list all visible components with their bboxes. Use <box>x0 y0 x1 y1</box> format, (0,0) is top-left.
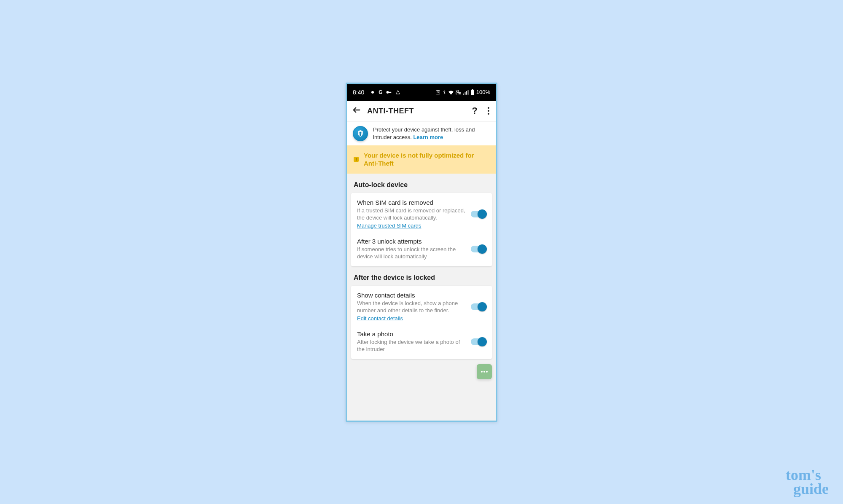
setting-desc: If a trusted SIM card is removed or repl… <box>357 207 466 222</box>
phone-frame: 8:40 G VoLTE <box>346 83 497 422</box>
intro-row: Protect your device against theft, loss … <box>347 122 496 145</box>
setting-desc: If someone tries to unlock the screen th… <box>357 246 466 260</box>
setting-take-photo[interactable]: Take a photo After locking the device we… <box>351 326 492 357</box>
setting-desc: When the device is locked, show a phone … <box>357 300 466 314</box>
status-left: 8:40 G <box>353 89 400 96</box>
signal-icon <box>463 90 469 95</box>
page-title: ANTI-THEFT <box>367 107 464 115</box>
svg-rect-4 <box>471 90 474 94</box>
warning-icon <box>354 157 359 162</box>
setting-title: Take a photo <box>357 330 466 338</box>
key-icon <box>386 90 392 94</box>
card-autolock: When SIM card is removed If a trusted SI… <box>351 193 492 266</box>
section-header-autolock: Auto-lock device <box>347 174 496 193</box>
toggle-take-photo[interactable] <box>471 338 486 345</box>
watermark-line2: guide <box>793 482 829 496</box>
action-bar: ANTI-THEFT ? <box>347 101 496 122</box>
shield-icon <box>353 126 368 141</box>
clock: 8:40 <box>353 89 364 96</box>
back-button[interactable] <box>352 105 361 116</box>
setting-title: After 3 unlock attempts <box>357 238 466 245</box>
triangle-icon <box>395 90 400 95</box>
status-right: VoLTE 100% <box>435 89 490 95</box>
setting-title: When SIM card is removed <box>357 199 466 206</box>
svg-rect-5 <box>472 89 473 90</box>
nfc-icon <box>435 90 440 95</box>
toggle-unlock-attempts[interactable] <box>471 246 486 252</box>
toggle-contact-details[interactable] <box>471 303 486 310</box>
svg-rect-2 <box>388 91 391 92</box>
watermark-line1: tom's <box>786 468 829 482</box>
warning-banner[interactable]: Your device is not fully optimized for A… <box>347 145 496 174</box>
volte-icon: VoLTE <box>456 90 461 94</box>
notification-icon <box>370 90 375 95</box>
bluetooth-icon <box>442 89 446 95</box>
section-header-afterlock: After the device is locked <box>347 266 496 286</box>
svg-rect-7 <box>360 134 361 135</box>
card-afterlock: Show contact details When the device is … <box>351 286 492 359</box>
setting-sim-removed[interactable]: When SIM card is removed If a trusted SI… <box>351 195 492 233</box>
setting-desc: After locking the device we take a photo… <box>357 338 466 353</box>
help-button[interactable]: ? <box>470 105 480 116</box>
google-icon: G <box>379 89 382 95</box>
content-area: Auto-lock device When SIM card is remove… <box>347 174 496 421</box>
learn-more-link[interactable]: Learn more <box>413 134 443 140</box>
overflow-menu-button[interactable] <box>486 105 491 116</box>
warning-text: Your device is not fully optimized for A… <box>364 151 489 168</box>
battery-percent: 100% <box>476 89 490 95</box>
svg-point-0 <box>371 91 374 94</box>
fab-more-button[interactable] <box>477 364 492 379</box>
manage-sim-link[interactable]: Manage trusted SIM cards <box>357 223 421 229</box>
setting-contact-details[interactable]: Show contact details When the device is … <box>351 287 492 326</box>
setting-title: Show contact details <box>357 292 466 299</box>
setting-unlock-attempts[interactable]: After 3 unlock attempts If someone tries… <box>351 233 492 265</box>
intro-text: Protect your device against theft, loss … <box>373 126 490 141</box>
battery-icon <box>470 89 475 95</box>
status-bar: 8:40 G VoLTE <box>347 84 496 101</box>
watermark: tom's guide <box>786 468 829 496</box>
svg-point-6 <box>360 131 362 134</box>
toggle-sim-removed[interactable] <box>471 211 486 217</box>
edit-contact-link[interactable]: Edit contact details <box>357 315 403 322</box>
wifi-icon <box>448 90 454 95</box>
